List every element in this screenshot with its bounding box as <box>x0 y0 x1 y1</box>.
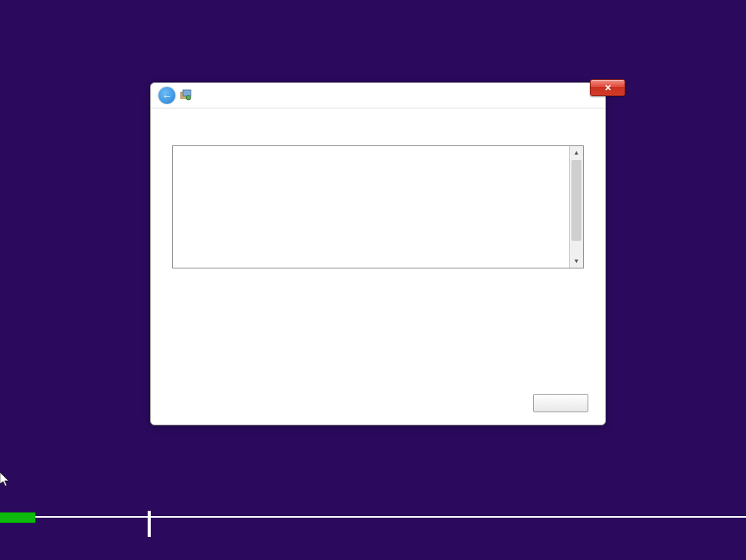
progress-track-1 <box>35 516 148 518</box>
setup-icon <box>180 89 192 102</box>
progress-bar <box>0 512 746 522</box>
os-list: ▲ ▼ <box>172 145 584 268</box>
back-button[interactable]: ← <box>158 87 175 104</box>
next-button[interactable] <box>533 394 588 412</box>
close-button[interactable]: ✕ <box>590 79 625 96</box>
scroll-up-icon[interactable]: ▲ <box>570 146 583 159</box>
dialog-content: ▲ ▼ <box>151 108 605 268</box>
progress-track-2 <box>151 516 746 518</box>
setup-dialog: ← ✕ ▲ ▼ <box>150 82 606 425</box>
dialog-header: ← ✕ <box>151 83 605 108</box>
scroll-down-icon[interactable]: ▼ <box>570 255 583 268</box>
scroll-thumb[interactable] <box>571 160 581 241</box>
steps-bar <box>0 528 746 554</box>
cursor-icon <box>0 472 11 491</box>
svg-rect-1 <box>183 90 191 96</box>
close-icon: ✕ <box>604 83 611 93</box>
progress-fill <box>0 512 35 523</box>
scrollbar[interactable]: ▲ ▼ <box>569 146 583 268</box>
svg-point-2 <box>186 95 191 100</box>
back-arrow-icon: ← <box>162 91 172 101</box>
